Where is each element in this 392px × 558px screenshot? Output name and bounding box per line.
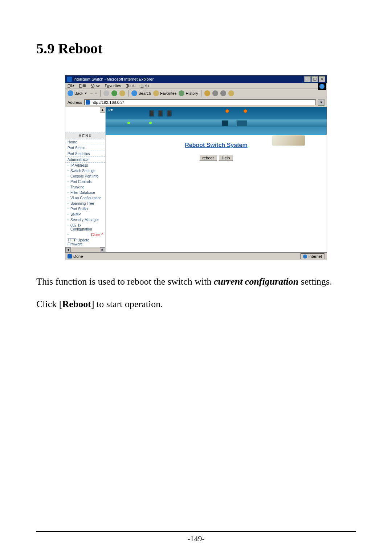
sidebar-sub-port-controls[interactable]: Port Controls bbox=[65, 179, 105, 184]
led-icon bbox=[225, 109, 229, 113]
sidebar-hscroll[interactable]: ◄ ► bbox=[65, 247, 105, 252]
sidebar-sub-dot1x[interactable]: 802.1x Configuration bbox=[65, 223, 105, 232]
device-banner: KTI bbox=[106, 107, 327, 135]
address-dropdown-icon[interactable]: ▼ bbox=[318, 99, 324, 106]
sidebar-sub-trunking[interactable]: Trunking bbox=[65, 184, 105, 190]
address-input[interactable]: http://192.168.0.2/ bbox=[84, 99, 316, 105]
sidebar-item-port-status[interactable]: Port Status bbox=[65, 145, 105, 151]
close-button[interactable]: ✕ bbox=[319, 76, 325, 82]
menu-edit[interactable]: Edit bbox=[79, 84, 86, 88]
address-bar: Address http://192.168.0.2/ ▼ bbox=[65, 98, 327, 107]
sidebar-sub-security[interactable]: Security Manager bbox=[65, 217, 105, 223]
sidebar-sub-stp[interactable]: Spanning Tree bbox=[65, 201, 105, 206]
module-slot-icon bbox=[222, 120, 228, 126]
url-text: http://192.168.0.2/ bbox=[91, 100, 124, 105]
favorites-label: Favorites bbox=[160, 91, 176, 95]
body-paragraph-2: Click [Reboot] to start operation. bbox=[36, 297, 356, 311]
status-bar: Done Internet bbox=[65, 252, 327, 260]
scroll-up-icon[interactable]: ▲ bbox=[100, 107, 105, 113]
mail-icon[interactable] bbox=[204, 90, 210, 96]
menubar: File Edit View Favorites Tools Help bbox=[65, 83, 327, 89]
indicator-bar bbox=[106, 119, 327, 127]
content-pane: ▲ MENU Home Port Status Port Statistics … bbox=[65, 107, 327, 252]
forward-arrow-icon: → bbox=[89, 91, 93, 95]
menu-help[interactable]: Help bbox=[140, 84, 149, 88]
print-icon[interactable] bbox=[212, 90, 218, 96]
ie-screenshot: Intelligent Switch - Microsoft Internet … bbox=[65, 75, 327, 260]
scroll-right-icon[interactable]: ► bbox=[100, 247, 105, 252]
dropdown-arrow-icon: ▼ bbox=[84, 92, 87, 95]
zone-label: Internet bbox=[309, 254, 322, 258]
sidebar-item-administrator[interactable]: Administrator bbox=[65, 157, 105, 163]
section-heading: 5.9 Reboot bbox=[36, 40, 356, 57]
favorites-button[interactable]: Favorites bbox=[153, 90, 176, 96]
sidebar-sub-switch-settings[interactable]: Switch Settings bbox=[65, 168, 105, 174]
sidebar-item-tftp[interactable]: TFTP Update Firmware bbox=[65, 237, 105, 247]
sidebar-sub-ip[interactable]: IP Address bbox=[65, 163, 105, 168]
favorites-icon bbox=[153, 90, 159, 96]
sidebar-sub-snmp[interactable]: SNMP bbox=[65, 212, 105, 217]
page-number: -149- bbox=[36, 534, 356, 543]
scroll-left-icon[interactable]: ◄ bbox=[65, 247, 71, 252]
body-paragraph-1: This function is used to reboot the swit… bbox=[36, 275, 356, 289]
maximize-button[interactable]: ❐ bbox=[311, 76, 318, 82]
text-run: settings. bbox=[298, 276, 332, 287]
port-panel bbox=[149, 110, 172, 117]
back-arrow-icon bbox=[68, 90, 73, 96]
menu-header: MENU bbox=[65, 133, 105, 139]
help-button[interactable]: Help bbox=[219, 155, 233, 161]
sidebar-sub-vlan[interactable]: VLan Configuration bbox=[65, 195, 105, 201]
sidebar-sub-sniffer[interactable]: Port Sniffer bbox=[65, 206, 105, 212]
search-icon bbox=[131, 90, 137, 96]
module-slot-icon bbox=[236, 120, 247, 126]
sidebar-sub-filter-db[interactable]: Filter Database bbox=[65, 190, 105, 195]
globe-icon bbox=[303, 254, 307, 258]
main-pane: KTI bbox=[106, 107, 327, 252]
status-led-icon bbox=[127, 122, 130, 124]
security-zone: Internet bbox=[301, 253, 324, 259]
ie-logo-icon bbox=[67, 77, 72, 82]
led-icon bbox=[244, 109, 247, 113]
window-controls: _ ❐ ✕ bbox=[304, 76, 325, 82]
sidebar-sub-console[interactable]: Console Port Info bbox=[65, 174, 105, 179]
search-button[interactable]: Search bbox=[131, 90, 151, 96]
refresh-icon[interactable] bbox=[111, 90, 117, 96]
sidebar-item-home[interactable]: Home bbox=[65, 139, 105, 145]
window-titlebar: Intelligent Switch - Microsoft Internet … bbox=[65, 76, 327, 83]
reboot-button[interactable]: reboot bbox=[199, 155, 217, 161]
status-text: Done bbox=[73, 254, 83, 258]
history-button[interactable]: History bbox=[179, 90, 198, 96]
back-button[interactable]: Back ▼ bbox=[68, 90, 87, 96]
page-icon bbox=[68, 254, 72, 258]
home-icon[interactable] bbox=[119, 90, 125, 96]
history-icon bbox=[179, 90, 184, 96]
page-icon bbox=[86, 100, 90, 105]
menu-tools[interactable]: Tools bbox=[126, 84, 136, 88]
toolbar: Back ▼ → ▼ Search Favorites Histor bbox=[65, 89, 327, 98]
emphasis: current configuration bbox=[214, 276, 298, 287]
status-led-icon bbox=[149, 122, 152, 124]
menu-file[interactable]: File bbox=[68, 84, 74, 88]
text-run: ] to start operation. bbox=[91, 299, 163, 309]
stop-icon[interactable] bbox=[103, 90, 109, 96]
history-label: History bbox=[185, 91, 198, 95]
menu-view[interactable]: View bbox=[91, 84, 100, 88]
menu-favorites[interactable]: Favorites bbox=[105, 84, 121, 88]
minimize-button[interactable]: _ bbox=[304, 76, 311, 82]
text-run: Click [ bbox=[36, 299, 62, 309]
sidebar-item-port-statistics[interactable]: Port Statistics bbox=[65, 151, 105, 157]
back-label: Back bbox=[74, 91, 83, 95]
search-label: Search bbox=[138, 91, 151, 95]
bold-run: Reboot bbox=[62, 299, 91, 309]
discuss-icon[interactable] bbox=[228, 90, 234, 96]
device-brand: KTI bbox=[109, 109, 113, 112]
decorative-image bbox=[272, 135, 305, 146]
forward-button[interactable]: → ▼ bbox=[89, 91, 97, 95]
edit-icon[interactable] bbox=[220, 90, 226, 96]
address-label: Address bbox=[68, 100, 82, 105]
page-footer: -149- bbox=[36, 531, 356, 543]
dropdown-arrow-icon: ▼ bbox=[94, 92, 97, 95]
sidebar-sub-close[interactable]: Close ^ bbox=[65, 232, 105, 237]
sidebar: ▲ MENU Home Port Status Port Statistics … bbox=[65, 107, 106, 252]
text-run: This function is used to reboot the swit… bbox=[36, 276, 214, 287]
